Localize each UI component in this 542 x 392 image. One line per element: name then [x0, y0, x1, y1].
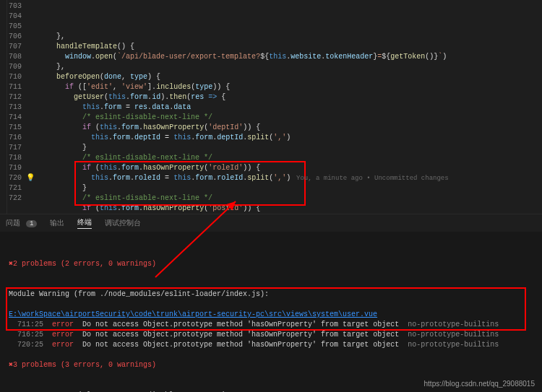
code-line[interactable]: this.form.roleId = this.form.roleId.spli…	[39, 173, 542, 183]
terminal-line: 711:25 error Do not access Object.protot…	[9, 320, 533, 330]
problems-badge: 1	[26, 220, 37, 227]
terminal-line	[9, 269, 533, 279]
code-line[interactable]: window.open(`/api/blade-user/export-temp…	[39, 52, 542, 62]
code-line[interactable]: },	[39, 32, 542, 42]
line-number: 712	[9, 92, 22, 103]
terminal-line	[9, 350, 533, 360]
tab-terminal[interactable]: 终端	[77, 217, 92, 229]
fold-bar	[0, 0, 7, 214]
code-line[interactable]: },	[39, 62, 542, 72]
tab-problems-label: 问题	[6, 219, 20, 227]
terminal-line: E:\workSpace\airportSecurity\code\trunk\…	[9, 310, 533, 320]
line-number: 705	[9, 22, 22, 32]
terminal-line: ✖3 problems (3 errors, 0 warnings)	[9, 360, 533, 370]
line-number-gutter: 7037047057067077087097107117127137147157…	[7, 0, 26, 214]
terminal-output[interactable]: ✖2 problems (2 errors, 0 warnings) Modul…	[0, 232, 542, 392]
line-number: 714	[9, 113, 22, 123]
line-number: 715	[9, 123, 22, 133]
tab-output[interactable]: 输出	[50, 218, 64, 228]
code-line[interactable]: this.form = res.data.data	[39, 103, 542, 113]
code-line[interactable]: }	[39, 143, 542, 153]
tab-debug-console[interactable]: 调试控制台	[105, 218, 141, 228]
terminal-line	[9, 279, 533, 289]
line-number: 720	[9, 173, 22, 183]
line-number: 704	[9, 12, 22, 22]
terminal-line: ✖2 problems (2 errors, 0 warnings)	[9, 259, 533, 269]
code-editor[interactable]: 7037047057067077087097107117127137147157…	[0, 0, 542, 214]
line-number: 721	[9, 183, 22, 193]
line-number: 710	[9, 72, 22, 82]
code-line[interactable]: /* eslint-disable-next-line */	[39, 153, 542, 163]
line-number: 718	[9, 153, 22, 163]
line-number: 707	[9, 42, 22, 52]
code-line[interactable]: }	[39, 183, 542, 193]
line-number: 706	[9, 32, 22, 42]
line-number: 716	[9, 133, 22, 143]
code-line[interactable]: beforeOpen(done, type) {	[39, 72, 542, 82]
code-line[interactable]: this.form.deptId = this.form.deptId.spli…	[39, 133, 542, 143]
code-line[interactable]: /* eslint-disable-next-line */	[39, 113, 542, 123]
terminal-line	[9, 370, 533, 380]
code-line[interactable]: /* eslint-disable-next-line */	[39, 193, 542, 204]
line-number: 722	[9, 193, 22, 204]
line-number: 708	[9, 52, 22, 62]
line-number: 719	[9, 163, 22, 173]
code-line[interactable]: handleTemplate() {	[39, 42, 542, 52]
terminal-line: 720:25 error Do not access Object.protot…	[9, 340, 533, 350]
terminal-line: 716:25 error Do not access Object.protot…	[9, 330, 533, 340]
terminal-line	[9, 300, 533, 310]
line-number: 717	[9, 143, 22, 153]
terminal-line: Module Warning (from ./node_modules/esli…	[9, 289, 533, 300]
watermark: https://blog.csdn.net/qq_29088015	[424, 380, 535, 388]
code-line[interactable]: if (['edit', 'view'].includes(type)) {	[39, 82, 542, 92]
panel-tabs: 问题 1 输出 终端 调试控制台	[0, 214, 542, 232]
line-number: 713	[9, 103, 22, 113]
code-line[interactable]: if (this.form.hasOwnProperty('roleId')) …	[39, 163, 542, 173]
code-line[interactable]: getUser(this.form.id).then(res => {	[39, 92, 542, 103]
lightbulb-icon[interactable]: 💡	[26, 173, 35, 182]
line-number: 711	[9, 82, 22, 92]
glyph-margin: 💡	[26, 0, 36, 214]
tab-problems[interactable]: 问题 1	[6, 218, 37, 228]
code-line[interactable]: if (this.form.hasOwnProperty('deptId')) …	[39, 123, 542, 133]
code-area[interactable]: }, handleTemplate() { window.open(`/api/…	[36, 0, 542, 214]
code-line[interactable]: if (this.form.hasOwnProperty('postId')) …	[39, 204, 542, 214]
line-number: 703	[9, 1, 22, 12]
line-number: 709	[9, 62, 22, 72]
